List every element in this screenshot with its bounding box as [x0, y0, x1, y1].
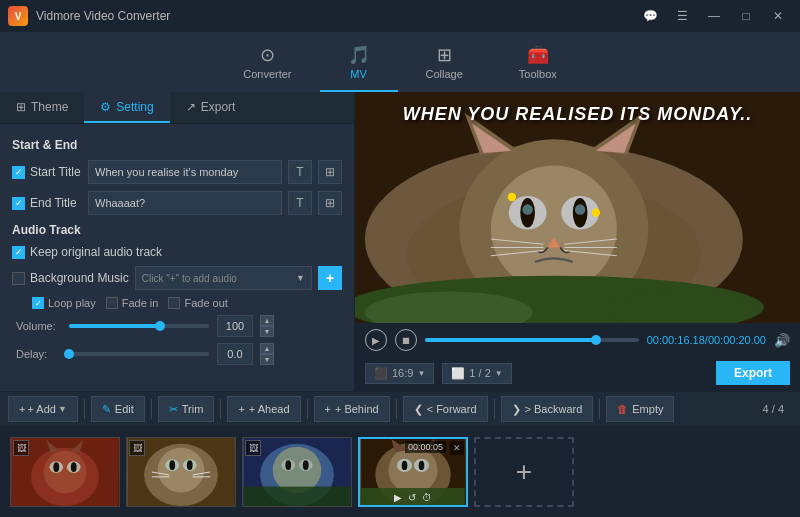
- start-title-checkbox[interactable]: ✓: [12, 166, 25, 179]
- film-item-4[interactable]: 00:00:05 ✕ ▶ ↺ ⏱: [358, 437, 468, 507]
- menu-button[interactable]: ☰: [668, 6, 696, 26]
- subtab-theme[interactable]: ⊞ Theme: [0, 92, 84, 123]
- play-button[interactable]: ▶: [365, 329, 387, 351]
- add-audio-button[interactable]: +: [318, 266, 342, 290]
- end-title-checkbox-label[interactable]: ✓ End Title: [12, 196, 82, 210]
- film-clock-icon[interactable]: ⏱: [422, 492, 432, 503]
- delay-up-button[interactable]: ▲: [260, 343, 274, 354]
- volume-down-button[interactable]: ▼: [260, 326, 274, 337]
- add-more-icon: +: [516, 456, 532, 488]
- film-icon-2: 🖼: [129, 440, 145, 456]
- bg-music-placeholder: Click "+" to add audio: [142, 273, 237, 284]
- start-title-text-icon[interactable]: T: [288, 160, 312, 184]
- ahead-label: + Ahead: [249, 403, 290, 415]
- fade-out-label[interactable]: Fade out: [168, 297, 227, 309]
- export-button[interactable]: Export: [716, 361, 790, 385]
- loop-play-label[interactable]: ✓ Loop play: [32, 297, 96, 309]
- delay-value: 0.0: [217, 343, 253, 365]
- stop-button[interactable]: ⏹: [395, 329, 417, 351]
- mv-icon: 🎵: [348, 44, 370, 66]
- bg-music-checkbox-label[interactable]: Background Music: [12, 271, 129, 285]
- keep-original-checkbox[interactable]: ✓: [12, 246, 25, 259]
- add-more-button[interactable]: +: [474, 437, 574, 507]
- svg-point-32: [53, 462, 59, 472]
- empty-button[interactable]: 🗑 Empty: [606, 396, 674, 422]
- edit-label: Edit: [115, 403, 134, 415]
- trim-button[interactable]: ✂ Trim: [158, 396, 215, 422]
- tab-mv[interactable]: 🎵 MV: [320, 36, 398, 92]
- film-item-1[interactable]: 🖼: [10, 437, 120, 507]
- start-title-input[interactable]: [88, 160, 282, 184]
- end-title-input[interactable]: [88, 191, 282, 215]
- edit-icon: ✎: [102, 403, 111, 416]
- behind-label: + Behind: [335, 403, 379, 415]
- loop-play-checkbox[interactable]: ✓: [32, 297, 44, 309]
- app-title: Vidmore Video Converter: [36, 9, 170, 23]
- delay-slider[interactable]: [69, 352, 209, 356]
- svg-rect-54: [244, 487, 351, 506]
- svg-point-60: [402, 461, 408, 470]
- film-rotate-icon[interactable]: ↺: [408, 492, 416, 503]
- subtab-setting[interactable]: ⚙ Setting: [84, 92, 169, 123]
- tab-toolbox[interactable]: 🧰 Toolbox: [491, 36, 585, 92]
- delay-thumb[interactable]: [64, 349, 74, 359]
- title-bar-left: V Vidmore Video Converter: [8, 6, 170, 26]
- start-end-title: Start & End: [12, 138, 342, 152]
- svg-point-61: [419, 461, 425, 470]
- fade-in-label[interactable]: Fade in: [106, 297, 159, 309]
- sep-7: [599, 399, 600, 419]
- tab-converter[interactable]: ⊙ Converter: [215, 36, 319, 92]
- volume-up-button[interactable]: ▲: [260, 315, 274, 326]
- end-title-grid-icon[interactable]: ⊞: [318, 191, 342, 215]
- converter-icon: ⊙: [260, 44, 275, 66]
- minimize-button[interactable]: —: [700, 6, 728, 26]
- volume-spinners: ▲ ▼: [260, 315, 274, 337]
- end-title-row: ✓ End Title T ⊞: [12, 191, 342, 215]
- tab-collage[interactable]: ⊞ Collage: [398, 36, 491, 92]
- film-play-icon[interactable]: ▶: [394, 492, 402, 503]
- keep-original-label[interactable]: ✓ Keep original audio track: [12, 245, 162, 259]
- delay-down-button[interactable]: ▼: [260, 354, 274, 365]
- video-frame: WHEN YOU REALISED ITS MONDAY..: [355, 92, 800, 323]
- svg-point-41: [169, 460, 175, 470]
- forward-label: < Forward: [427, 403, 477, 415]
- film-item-3[interactable]: 🖼: [242, 437, 352, 507]
- fade-in-checkbox[interactable]: [106, 297, 118, 309]
- bg-music-dropdown[interactable]: Click "+" to add audio ▼: [135, 266, 312, 290]
- edit-button[interactable]: ✎ Edit: [91, 396, 145, 422]
- subtab-setting-label: Setting: [116, 100, 153, 114]
- bg-music-checkbox[interactable]: [12, 272, 25, 285]
- ratio-value: 16:9: [392, 367, 413, 379]
- end-title-checkbox[interactable]: ✓: [12, 197, 25, 210]
- volume-slider[interactable]: [69, 324, 209, 328]
- ratio-icon: ⬛: [374, 367, 388, 380]
- volume-thumb[interactable]: [155, 321, 165, 331]
- start-title-checkbox-label[interactable]: ✓ Start Title: [12, 165, 82, 179]
- film-item-2[interactable]: 🖼: [126, 437, 236, 507]
- keep-original-row: ✓ Keep original audio track: [12, 245, 342, 259]
- aspect-ratio-button[interactable]: ⬛ 16:9 ▼: [365, 363, 434, 384]
- volume-icon[interactable]: 🔊: [774, 333, 790, 348]
- progress-bar[interactable]: [425, 338, 639, 342]
- end-title-text-icon[interactable]: T: [288, 191, 312, 215]
- toolbar: + + Add ▼ ✎ Edit ✂ Trim + + Ahead + + Be…: [0, 391, 800, 427]
- empty-icon: 🗑: [617, 403, 628, 415]
- close-button[interactable]: ✕: [764, 6, 792, 26]
- forward-button[interactable]: ❮ < Forward: [403, 396, 488, 422]
- subtab-export[interactable]: ↗ Export: [170, 92, 252, 123]
- page-button[interactable]: ⬜ 1 / 2 ▼: [442, 363, 511, 384]
- start-title-grid-icon[interactable]: ⊞: [318, 160, 342, 184]
- behind-button[interactable]: + + Behind: [314, 396, 390, 422]
- film-close-4[interactable]: ✕: [450, 441, 464, 455]
- ahead-button[interactable]: + + Ahead: [227, 396, 300, 422]
- tab-mv-label: MV: [350, 68, 367, 80]
- progress-fill: [425, 338, 596, 342]
- chat-button[interactable]: 💬: [636, 6, 664, 26]
- toolbox-icon: 🧰: [527, 44, 549, 66]
- progress-thumb[interactable]: [591, 335, 601, 345]
- backward-button[interactable]: ❯ > Backward: [501, 396, 594, 422]
- add-button[interactable]: + + Add ▼: [8, 396, 78, 422]
- fade-out-checkbox[interactable]: [168, 297, 180, 309]
- maximize-button[interactable]: □: [732, 6, 760, 26]
- sep-3: [220, 399, 221, 419]
